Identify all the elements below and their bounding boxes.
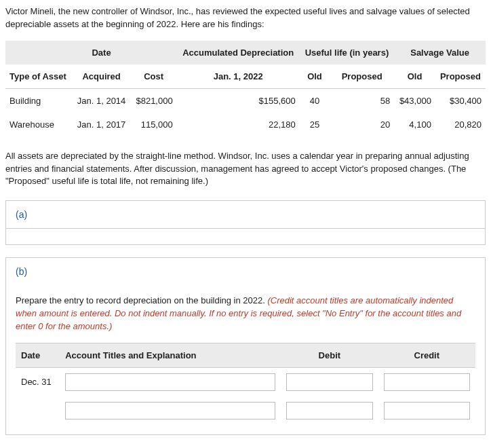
col-blank2 xyxy=(131,41,177,64)
credit-input[interactable] xyxy=(384,402,470,419)
credit-input[interactable] xyxy=(384,373,470,391)
cell-acquired: Jan. 1, 2017 xyxy=(73,113,131,136)
cell-prop-salv: 20,820 xyxy=(435,113,486,136)
prepare-plain: Prepare the entry to record depreciation… xyxy=(16,295,267,305)
group-accum: Accumulated Depreciation xyxy=(177,41,300,64)
cell-prop-life: 20 xyxy=(330,113,394,136)
group-date: Date xyxy=(73,41,131,64)
col-prop-salv: Proposed xyxy=(435,64,486,89)
account-title-input[interactable] xyxy=(65,373,275,391)
col-acquired: Acquired xyxy=(73,64,131,89)
asset-table: Date Accumulated Depreciation Useful lif… xyxy=(5,41,486,136)
cell-prop-salv: $30,400 xyxy=(435,88,486,113)
cell-old-salv: $43,000 xyxy=(394,88,435,113)
part-a-header[interactable]: (a) xyxy=(5,200,486,229)
part-b-header[interactable]: (b) xyxy=(6,258,485,285)
prepare-text: Prepare the entry to record depreciation… xyxy=(16,295,475,333)
cell-old-salv: 4,100 xyxy=(394,113,435,136)
cell-type: Building xyxy=(5,88,73,113)
col-old-life: Old xyxy=(300,64,330,89)
cell-old-life: 40 xyxy=(300,88,330,113)
col-old-salv: Old xyxy=(394,64,435,89)
cell-accum: $155,600 xyxy=(177,88,300,113)
cell-accum: 22,180 xyxy=(177,113,300,136)
group-useful: Useful life (in years) xyxy=(300,41,394,64)
cell-old-life: 25 xyxy=(300,113,330,136)
account-title-input[interactable] xyxy=(65,402,275,419)
je-date-cell: Dec. 31 xyxy=(16,367,60,396)
je-head-date: Date xyxy=(16,343,60,367)
je-row: Dec. 31 xyxy=(16,367,475,396)
je-row xyxy=(16,396,475,425)
je-head-debit: Debit xyxy=(281,343,378,367)
debit-input[interactable] xyxy=(286,402,372,419)
part-a-body xyxy=(5,229,486,245)
cell-cost: $821,000 xyxy=(131,88,177,113)
note-text: All assets are depreciated by the straig… xyxy=(5,150,486,189)
col-jan: Jan. 1, 2022 xyxy=(177,64,300,89)
table-row: Warehouse Jan. 1, 2017 115,000 22,180 25… xyxy=(5,113,486,136)
cell-type: Warehouse xyxy=(5,113,73,136)
part-b-box: (b) Prepare the entry to record deprecia… xyxy=(5,257,486,435)
intro-text: Victor Mineli, the new controller of Win… xyxy=(5,5,486,31)
cell-prop-life: 58 xyxy=(330,88,394,113)
je-head-credit: Credit xyxy=(378,343,475,367)
col-prop-life: Proposed xyxy=(330,64,394,89)
journal-entry-table: Date Account Titles and Explanation Debi… xyxy=(16,343,475,425)
col-type: Type of Asset xyxy=(5,64,73,89)
debit-input[interactable] xyxy=(286,373,372,391)
group-salvage: Salvage Value xyxy=(394,41,486,64)
cell-cost: 115,000 xyxy=(131,113,177,136)
table-row: Building Jan. 1, 2014 $821,000 $155,600 … xyxy=(5,88,486,113)
col-blank xyxy=(5,41,73,64)
col-cost: Cost xyxy=(131,64,177,89)
cell-acquired: Jan. 1, 2014 xyxy=(73,88,131,113)
je-head-acct: Account Titles and Explanation xyxy=(60,343,281,367)
